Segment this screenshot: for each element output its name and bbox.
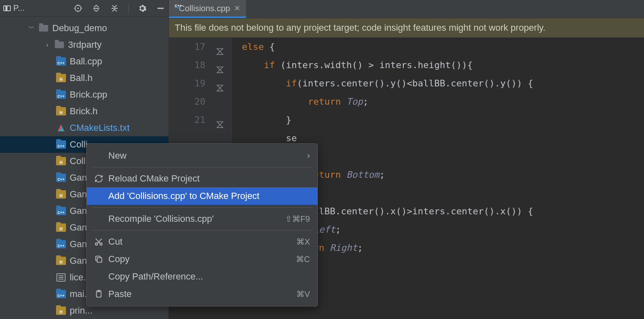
menu-item-label: Copy Path/Reference...	[108, 271, 310, 282]
menu-item[interactable]: Cut⌘X	[87, 233, 317, 250]
menu-item-label: New	[108, 150, 302, 161]
fold-marker-icon[interactable]	[216, 43, 224, 51]
h-file-icon	[56, 157, 66, 166]
menu-shortcut: ⌘V	[296, 289, 310, 299]
txt-file-icon	[56, 273, 66, 282]
tree-item[interactable]: Ball.h	[0, 70, 168, 86]
svg-marker-7	[217, 67, 223, 70]
minimize-icon[interactable]	[156, 4, 165, 13]
context-menu[interactable]: New›Reload CMake ProjectAdd 'Collisions.…	[86, 143, 318, 307]
tree-item-label: Brick.cpp	[70, 89, 107, 100]
banner-text: This file does not belong to any project…	[175, 22, 546, 33]
h-file-icon	[56, 190, 66, 199]
editor-tabs: Collisions.cpp ✕	[169, 0, 644, 18]
chevron-right-icon: ›	[307, 150, 310, 161]
paste-icon	[94, 290, 103, 299]
menu-separator	[92, 167, 312, 167]
panel-title: P...	[13, 3, 24, 13]
menu-item-label: Recompile 'Collisions.cpp'	[108, 213, 280, 224]
h-file-icon	[56, 74, 66, 83]
cpp-file-icon	[56, 240, 66, 249]
svg-point-13	[95, 243, 98, 245]
folder-file-icon	[54, 40, 65, 49]
svg-marker-12	[217, 125, 223, 128]
menu-shortcut: ⇧⌘F9	[285, 214, 310, 224]
svg-marker-9	[217, 85, 223, 88]
tab-label: Collisions.cpp	[179, 4, 230, 13]
cpp-file-icon	[56, 206, 66, 216]
locate-icon[interactable]	[73, 4, 83, 13]
gear-icon[interactable]	[138, 4, 147, 13]
reload-icon	[94, 174, 103, 183]
menu-separator	[92, 230, 312, 231]
chevron-down-icon[interactable]: ﹀	[28, 25, 35, 32]
menu-item[interactable]: Reload CMake Project	[87, 170, 317, 187]
tree-item[interactable]: ›3rdparty	[0, 37, 168, 53]
tree-item-label: prin...	[70, 305, 93, 316]
menu-item-label: Cut	[108, 236, 291, 247]
warning-banner: This file does not belong to any project…	[169, 18, 644, 38]
menu-separator	[92, 207, 312, 208]
tree-item[interactable]: Brick.h	[0, 103, 168, 120]
chevron-right-icon[interactable]: ›	[44, 42, 51, 48]
cpp-file-icon	[56, 90, 66, 99]
tree-item-label: CMakeLists.txt	[70, 123, 129, 133]
menu-item-label: Copy	[108, 254, 291, 265]
tree-item[interactable]: Ball.cpp	[0, 53, 168, 70]
svg-rect-15	[97, 258, 102, 262]
svg-marker-6	[217, 52, 223, 54]
cmake-file-icon	[56, 123, 66, 133]
svg-marker-5	[217, 49, 223, 52]
copy-icon	[94, 255, 103, 264]
menu-item[interactable]: Copy Path/Reference...	[87, 268, 317, 285]
tree-item[interactable]: CMakeLists.txt	[0, 120, 168, 136]
menu-item-label: Paste	[108, 289, 291, 299]
cpp-file-icon	[56, 57, 66, 66]
cut-icon	[94, 237, 103, 246]
collapse-all-icon[interactable]	[110, 4, 119, 13]
menu-shortcut: ⌘C	[296, 254, 310, 264]
tree-item-label: Debug_demo	[52, 23, 107, 34]
tree-item[interactable]: Brick.cpp	[0, 86, 168, 103]
svg-marker-8	[217, 70, 223, 73]
project-panel-icon	[3, 5, 11, 11]
h-file-icon	[56, 107, 66, 116]
sidebar-header: P...	[0, 0, 168, 17]
h-file-icon	[56, 223, 66, 232]
fold-marker-icon[interactable]	[216, 80, 224, 87]
h-file-icon	[56, 306, 66, 315]
svg-point-14	[100, 243, 102, 245]
separator	[128, 3, 129, 13]
menu-item[interactable]: New›	[87, 147, 317, 164]
cpp-file-icon	[56, 140, 66, 149]
close-icon[interactable]: ✕	[234, 4, 240, 13]
tree-item[interactable]: ﹀Debug_demo	[0, 20, 168, 37]
expand-all-icon[interactable]	[92, 4, 101, 13]
tree-item-label: Ball.h	[70, 73, 93, 83]
svg-marker-11	[217, 122, 223, 125]
menu-item-label: Add 'Collisions.cpp' to CMake Project	[108, 191, 310, 201]
menu-item[interactable]: Copy⌘C	[87, 250, 317, 268]
menu-item[interactable]: Paste⌘V	[87, 285, 317, 303]
fold-marker-icon[interactable]	[216, 61, 224, 69]
menu-shortcut: ⌘X	[296, 237, 310, 247]
cpp-file-icon	[56, 290, 66, 299]
tree-item-label: Ball.cpp	[70, 56, 102, 67]
cpp-file-icon	[56, 173, 66, 182]
svg-marker-10	[217, 88, 223, 91]
menu-item[interactable]: Add 'Collisions.cpp' to CMake Project	[87, 187, 317, 205]
menu-item[interactable]: Recompile 'Collisions.cpp'⇧⌘F9	[87, 210, 317, 228]
h-file-icon	[56, 256, 66, 265]
fold-marker-icon[interactable]	[216, 116, 224, 124]
tree-item-label: Brick.h	[70, 106, 98, 117]
folder-file-icon	[38, 24, 49, 33]
svg-point-1	[78, 8, 78, 9]
tree-item-label: 3rdparty	[68, 39, 102, 50]
menu-item-label: Reload CMake Project	[108, 173, 310, 184]
tab-collisions[interactable]: Collisions.cpp ✕	[169, 0, 246, 18]
